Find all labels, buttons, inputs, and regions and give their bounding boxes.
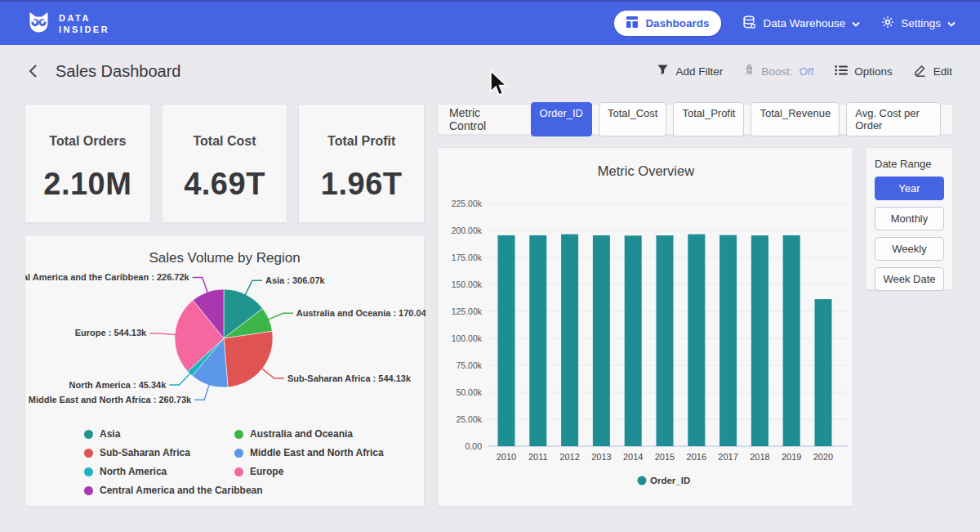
legend-item: Asia bbox=[84, 428, 234, 440]
chevron-down-icon bbox=[947, 17, 956, 29]
data-warehouse-menu[interactable]: Data Warehouse bbox=[742, 16, 860, 32]
svg-text:100.00k: 100.00k bbox=[452, 333, 483, 343]
legend-label: North America bbox=[100, 466, 167, 477]
svg-text:50.00k: 50.00k bbox=[456, 387, 482, 397]
kpi-label: Total Orders bbox=[25, 134, 150, 149]
legend-label: Sub-Saharan Africa bbox=[100, 447, 190, 458]
svg-text:2016: 2016 bbox=[687, 452, 706, 462]
date-range-option[interactable]: Weekly bbox=[875, 237, 944, 261]
add-filter-button[interactable]: Add Filter bbox=[657, 64, 723, 78]
add-filter-label: Add Filter bbox=[675, 65, 723, 78]
metric-chip[interactable]: Total_Cost bbox=[599, 102, 666, 136]
owl-icon bbox=[28, 11, 50, 37]
dashboards-button[interactable]: Dashboards bbox=[614, 11, 721, 36]
legend-label: Middle East and North Africa bbox=[250, 447, 384, 458]
svg-text:25.00k: 25.00k bbox=[456, 414, 482, 424]
svg-text:225.00k: 225.00k bbox=[452, 199, 483, 208]
legend-item: Middle East and North Africa bbox=[234, 447, 424, 458]
legend-label: Australia and Oceania bbox=[250, 428, 353, 440]
svg-text:125.00k: 125.00k bbox=[452, 306, 483, 316]
kpi-value: 1.96T bbox=[299, 167, 424, 202]
kpi-card: Total Orders2.10M bbox=[24, 104, 151, 223]
edit-label: Edit bbox=[933, 65, 952, 78]
gear-icon bbox=[881, 16, 894, 31]
svg-text:Europe : 544.13k: Europe : 544.13k bbox=[75, 328, 147, 338]
svg-text:175.00k: 175.00k bbox=[452, 253, 483, 262]
page-title: Sales Dashboard bbox=[56, 62, 180, 81]
options-button[interactable]: Options bbox=[835, 65, 893, 78]
kpi-value: 4.69T bbox=[163, 167, 287, 202]
brand-name-line1: DATA bbox=[59, 12, 109, 24]
nav-bar: DATA INSIDER Dashboards bbox=[0, 2, 980, 45]
legend-dot bbox=[84, 430, 93, 439]
svg-text:2013: 2013 bbox=[591, 452, 611, 462]
legend-item: Australia and Oceania bbox=[234, 428, 424, 440]
settings-label: Settings bbox=[901, 17, 941, 29]
date-range-option[interactable]: Monthly bbox=[875, 207, 944, 230]
pie-legend: AsiaAustralia and OceaniaSub-Saharan Afr… bbox=[84, 428, 424, 496]
svg-text:Asia : 306.07k: Asia : 306.07k bbox=[265, 275, 326, 285]
date-range-options: YearMonthlyWeeklyWeek Date bbox=[875, 170, 944, 291]
svg-text:2011: 2011 bbox=[528, 452, 548, 462]
svg-text:2010: 2010 bbox=[497, 452, 516, 462]
bar-chart[interactable]: Metric Overview225.00k200.00k175.00k150.… bbox=[438, 148, 853, 509]
svg-text:Middle East and North Africa :: Middle East and North Africa : 260.73k bbox=[29, 395, 192, 405]
kpi-row: Total Orders2.10MTotal Cost4.69TTotal Pr… bbox=[24, 104, 425, 223]
database-icon bbox=[742, 16, 756, 32]
svg-text:200.00k: 200.00k bbox=[452, 226, 483, 235]
list-icon bbox=[835, 65, 848, 78]
kpi-card: Total Profit1.96T bbox=[298, 104, 425, 223]
date-range-panel: Date Range YearMonthlyWeeklyWeek Date bbox=[866, 147, 953, 290]
svg-text:Sub-Saharan Africa : 544.13k: Sub-Saharan Africa : 544.13k bbox=[287, 373, 412, 383]
dashboards-label: Dashboards bbox=[645, 17, 709, 29]
settings-menu[interactable]: Settings bbox=[881, 16, 956, 31]
boost-toggle[interactable]: Boost: Off bbox=[744, 64, 813, 78]
legend-item: Sub-Saharan Africa bbox=[84, 447, 234, 458]
svg-text:2018: 2018 bbox=[750, 452, 769, 462]
filter-icon bbox=[657, 64, 669, 78]
legend-label: Central America and the Caribbean bbox=[100, 485, 263, 496]
metric-chip-group: Order_IDTotal_CostTotal_ProfitTotal_Reve… bbox=[531, 102, 941, 136]
metric-chip[interactable]: Total_Revenue bbox=[751, 102, 840, 136]
metric-chip[interactable]: Total_Profit bbox=[673, 102, 744, 136]
pie-chart-title: Sales Volume by Region bbox=[25, 250, 424, 266]
brand-logo[interactable]: DATA INSIDER bbox=[28, 11, 109, 37]
svg-text:Order_ID: Order_ID bbox=[650, 476, 690, 485]
metric-control-bar: Metric Control Order_IDTotal_CostTotal_P… bbox=[437, 104, 953, 135]
svg-text:150.00k: 150.00k bbox=[452, 279, 483, 289]
edit-button[interactable]: Edit bbox=[914, 64, 952, 79]
kpi-label: Total Cost bbox=[163, 134, 287, 149]
svg-text:Australia and Oceania : 170.04: Australia and Oceania : 170.04k bbox=[296, 308, 425, 318]
svg-text:2012: 2012 bbox=[559, 452, 579, 462]
metric-chip[interactable]: Order_ID bbox=[531, 102, 592, 136]
metric-chip[interactable]: Avg. Cost per Order bbox=[846, 102, 941, 136]
pie-chart[interactable]: Asia : 306.07kAustralia and Oceania : 17… bbox=[25, 266, 424, 427]
svg-text:Metric Overview: Metric Overview bbox=[598, 163, 694, 178]
chevron-left-icon bbox=[28, 64, 38, 78]
boost-label: Boost: bbox=[761, 65, 792, 78]
page-header: Sales Dashboard Add Filter Boost: Off bbox=[0, 45, 980, 97]
legend-label: Europe bbox=[250, 466, 283, 477]
svg-text:Central America and the Caribb: Central America and the Caribbean : 226.… bbox=[25, 272, 190, 282]
kpi-label: Total Profit bbox=[299, 134, 424, 149]
back-button[interactable] bbox=[28, 64, 38, 78]
svg-text:2017: 2017 bbox=[718, 452, 737, 462]
date-range-option[interactable]: Year bbox=[875, 177, 944, 200]
date-range-option[interactable]: Week Date bbox=[875, 267, 944, 291]
brand-name-line2: INSIDER bbox=[59, 24, 109, 35]
svg-text:0.00: 0.00 bbox=[466, 441, 483, 451]
kpi-value: 2.10M bbox=[25, 167, 150, 202]
options-label: Options bbox=[854, 65, 893, 78]
legend-label: Asia bbox=[100, 428, 120, 440]
legend-dot bbox=[234, 449, 243, 458]
legend-item: Central America and the Caribbean bbox=[84, 485, 234, 496]
svg-text:2019: 2019 bbox=[782, 452, 801, 462]
svg-text:North America : 45.34k: North America : 45.34k bbox=[69, 380, 167, 390]
svg-text:2015: 2015 bbox=[655, 452, 675, 462]
boost-state: Off bbox=[799, 65, 813, 78]
dashboard-grid-icon bbox=[626, 16, 639, 30]
chevron-down-icon bbox=[852, 17, 860, 29]
data-warehouse-label: Data Warehouse bbox=[763, 17, 845, 29]
app-window: DATA INSIDER Dashboards bbox=[0, 0, 980, 532]
bar-chart-card: Metric Overview225.00k200.00k175.00k150.… bbox=[437, 147, 853, 507]
